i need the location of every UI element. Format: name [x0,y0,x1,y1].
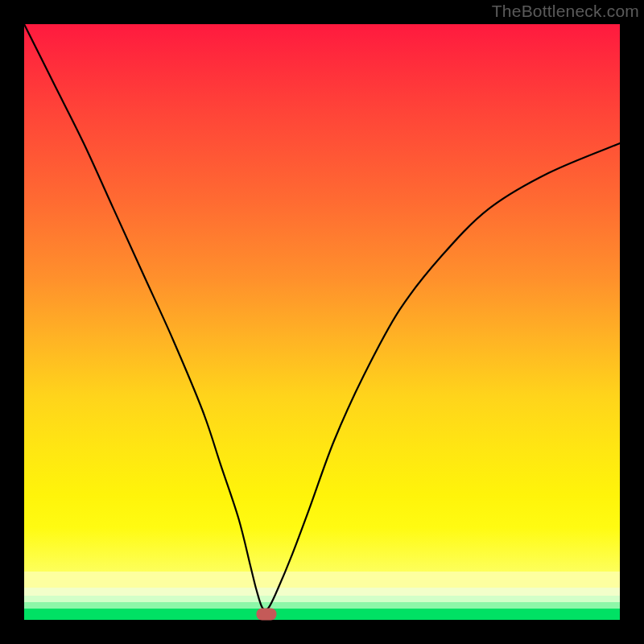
chart-frame: TheBottleneck.com [0,0,644,644]
minimum-marker [257,608,277,620]
plot-area [24,24,620,620]
watermark-text: TheBottleneck.com [492,2,639,21]
bottleneck-curve [24,24,620,620]
